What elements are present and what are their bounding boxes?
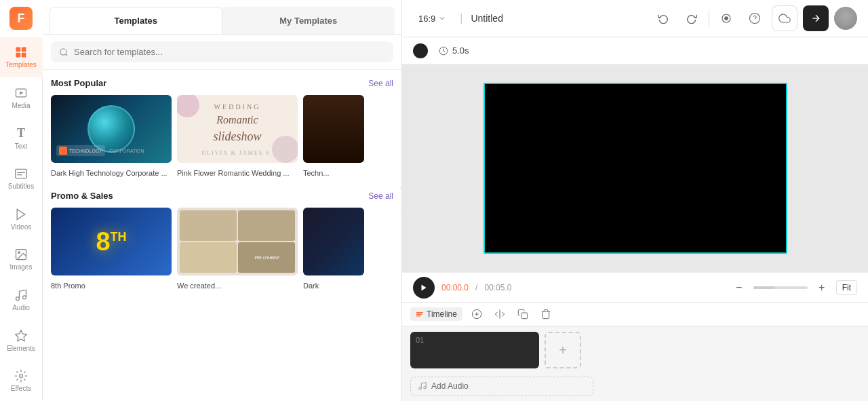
timeline-delete-button[interactable] — [537, 305, 555, 323]
template-thumb: WEDDING Romantic slideshow OLIVIA & JAME… — [177, 95, 298, 163]
svg-marker-14 — [16, 330, 27, 341]
sidebar-item-templates[interactable]: Templates — [0, 37, 43, 78]
promo-blue-thumb: 8TH — [51, 208, 172, 275]
templates-panel: Templates My Templates Most Popular See … — [43, 0, 402, 401]
redo-button[interactable] — [680, 7, 703, 30]
sidebar-label-elements: Elements — [7, 345, 35, 352]
search-icon — [59, 47, 68, 57]
avatar-image — [834, 7, 857, 30]
help-button[interactable] — [743, 7, 766, 30]
dark3-thumb — [303, 208, 364, 275]
sidebar-item-effects[interactable]: Effects — [0, 360, 43, 401]
video-canvas[interactable] — [484, 83, 787, 254]
project-title[interactable]: Untitled — [471, 13, 502, 24]
svg-rect-6 — [16, 170, 27, 178]
undo-icon — [658, 13, 669, 24]
template-card[interactable]: Dark — [303, 208, 364, 291]
template-thumb: 8TH — [51, 208, 172, 275]
template-label: Pink Flower Romantic Wedding ... — [177, 169, 289, 177]
play-button[interactable] — [413, 277, 435, 299]
most-popular-header: Most Popular See all — [51, 78, 393, 88]
timeline-clip[interactable]: 01 — [410, 332, 539, 368]
subtitles-icon — [14, 167, 28, 180]
user-avatar[interactable] — [834, 7, 857, 30]
aspect-ratio-selector[interactable]: 16:9 — [413, 11, 452, 26]
tab-my-templates[interactable]: My Templates — [222, 7, 395, 34]
panel-tabs: Templates My Templates — [43, 0, 401, 35]
template-card[interactable]: TECHNOLOGY CORPORATION Dark High Technol… — [51, 95, 172, 178]
most-popular-title: Most Popular — [51, 78, 106, 88]
timeline-add-button[interactable] — [468, 305, 486, 323]
music-icon — [418, 381, 427, 391]
template-label: Techn... — [303, 169, 330, 177]
icon-sidebar: F Templates Media T Text Subtitles Video… — [0, 0, 43, 401]
fit-button[interactable]: Fit — [836, 280, 857, 295]
current-time: 00:00.0 — [441, 283, 469, 292]
tab-templates[interactable]: Templates — [50, 7, 222, 34]
svg-point-11 — [18, 252, 20, 254]
playback-bar: 00:00.0 / 00:05.0 − + Fit — [402, 272, 868, 302]
aspect-ratio-label: 16:9 — [418, 14, 435, 24]
promo-sales-header: Promo & Sales See all — [51, 191, 393, 201]
add-audio-row: Add Audio — [402, 374, 868, 401]
sidebar-item-images[interactable]: Images — [0, 240, 43, 280]
sidebar-label-effects: Effects — [11, 385, 31, 392]
add-scene-button[interactable]: + — [545, 332, 581, 368]
clip-number: 01 — [416, 336, 424, 344]
sidebar-item-videos[interactable]: Videos — [0, 199, 43, 240]
most-popular-grid: TECHNOLOGY CORPORATION Dark High Technol… — [51, 95, 393, 178]
zoom-slider[interactable] — [753, 286, 808, 289]
sidebar-item-media[interactable]: Media — [0, 77, 43, 118]
template-label: We created... — [177, 282, 221, 290]
zoom-out-button[interactable]: − — [730, 279, 748, 297]
timeline-split-button[interactable] — [491, 305, 509, 323]
svg-rect-26 — [416, 314, 422, 316]
media-icon — [14, 86, 28, 100]
template-thumb — [303, 95, 364, 163]
sidebar-label-images: Images — [10, 263, 33, 271]
template-thumb — [303, 208, 364, 275]
copy-icon — [517, 309, 528, 320]
undo-button[interactable] — [652, 7, 675, 30]
sidebar-item-text[interactable]: T Text — [0, 118, 43, 159]
publish-icon — [810, 13, 821, 24]
svg-rect-0 — [16, 47, 21, 52]
record-button[interactable] — [715, 7, 738, 30]
svg-rect-3 — [22, 53, 26, 58]
svg-point-16 — [60, 48, 66, 54]
timeline-label-btn[interactable]: Timeline — [410, 307, 462, 321]
sidebar-label-subtitles: Subtitles — [8, 183, 34, 190]
food-thumb: We created — [177, 208, 298, 275]
svg-point-15 — [20, 375, 23, 378]
add-audio-button[interactable]: Add Audio — [410, 377, 593, 396]
template-card[interactable]: We created We created... — [177, 208, 298, 291]
publish-button[interactable] — [803, 5, 829, 31]
template-card[interactable]: WEDDING Romantic slideshow OLIVIA & JAME… — [177, 95, 298, 178]
sidebar-item-elements[interactable]: Elements — [0, 320, 43, 361]
audio-icon — [14, 288, 28, 302]
timeline-copy-button[interactable] — [514, 305, 532, 323]
time-separator: / — [475, 283, 477, 292]
svg-rect-1 — [22, 47, 26, 52]
record-icon — [720, 12, 732, 24]
images-icon — [14, 248, 28, 261]
floral-text: WEDDING Romantic slideshow OLIVIA & JAME… — [201, 100, 273, 159]
template-label: 8th Promo — [51, 282, 85, 290]
templates-icon — [14, 45, 28, 59]
sidebar-item-audio[interactable]: Audio — [0, 280, 43, 320]
zoom-in-button[interactable]: + — [813, 279, 831, 297]
editor-area: 16:9 | Untitled — [402, 0, 868, 401]
promo-sales-see-all[interactable]: See all — [368, 191, 393, 201]
sidebar-item-subtitles[interactable]: Subtitles — [0, 158, 43, 199]
template-card[interactable]: Techn... — [303, 95, 364, 178]
svg-point-12 — [16, 297, 20, 300]
timeline-text: Timeline — [427, 309, 457, 319]
timeline-area: Timeline 01 + Add Audio — [402, 302, 868, 401]
scene-color-dot[interactable] — [413, 43, 428, 58]
cloud-save-button[interactable] — [772, 5, 797, 31]
template-card[interactable]: 8TH 8th Promo — [51, 208, 172, 291]
search-input[interactable] — [74, 47, 385, 57]
svg-point-34 — [424, 387, 427, 389]
sidebar-label-templates: Templates — [5, 61, 37, 69]
most-popular-see-all[interactable]: See all — [368, 79, 393, 88]
